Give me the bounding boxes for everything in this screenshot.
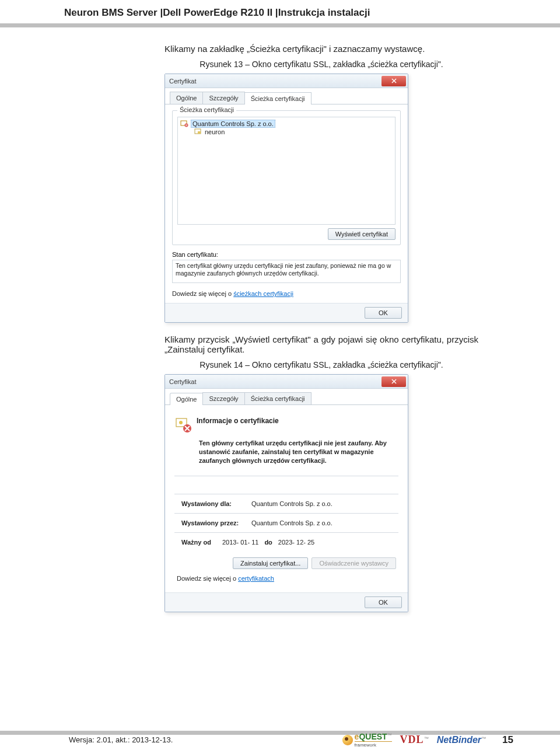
valid-to-label: do bbox=[264, 539, 272, 546]
tree-child-item[interactable]: neuron bbox=[194, 128, 393, 136]
figure-14-caption: Rysunek 14 – Okno certyfikatu SSL, zakła… bbox=[164, 360, 478, 369]
titlebar: Certyfikat bbox=[165, 375, 408, 389]
tab-details[interactable]: Szczegóły bbox=[202, 392, 244, 404]
cert-child-icon bbox=[194, 128, 202, 136]
version-text: Wersja: 2.01, akt.: 2013-12-13. bbox=[69, 735, 173, 744]
close-icon bbox=[391, 78, 397, 83]
tab-cert-path[interactable]: Ścieżka certyfikacji bbox=[244, 92, 312, 104]
cert-warning-message: Ten główny certyfikat urzędu certyfikacj… bbox=[172, 439, 401, 476]
vdl-logo: VDL™ bbox=[400, 734, 429, 746]
group-cert-path-label: Ścieżka certyfikacji bbox=[177, 106, 236, 113]
issued-by-row: Wystawiony przez: Quantum Controls Sp. z… bbox=[172, 514, 401, 532]
tab-row: Ogólne Szczegóły Ścieżka certyfikacji bbox=[165, 389, 408, 405]
certificate-dialog-general: Certyfikat Ogólne Szczegóły Ścieżka cert… bbox=[164, 374, 408, 612]
install-certificate-button[interactable]: Zainstaluj certyfikat... bbox=[233, 557, 308, 569]
equest-icon bbox=[342, 735, 353, 745]
valid-to-value: 2023- 12- 25 bbox=[278, 539, 314, 546]
tree-root-item[interactable]: Quantum Controls Sp. z o.o. bbox=[180, 120, 393, 128]
window-title: Certyfikat bbox=[169, 78, 196, 85]
learn-more-link[interactable]: ścieżkach certyfikacji bbox=[233, 290, 293, 297]
status-box: Ten certyfikat główny urzędu certyfikacj… bbox=[172, 260, 401, 283]
paragraph-intro: Klikamy na zakładkę „Ścieżka certyfikacj… bbox=[164, 44, 478, 54]
cert-warning-icon bbox=[174, 417, 191, 433]
valid-from-label: Ważny od bbox=[181, 539, 216, 546]
issued-to-value: Quantum Controls Sp. z o.o. bbox=[251, 500, 332, 507]
paragraph-mid: Klikamy przycisk „Wyświetl certyfikat" a… bbox=[164, 334, 478, 354]
view-certificate-button[interactable]: Wyświetl certyfikat bbox=[328, 228, 396, 240]
ok-button[interactable]: OK bbox=[365, 596, 402, 608]
close-icon bbox=[391, 379, 397, 384]
titlebar: Certyfikat bbox=[165, 74, 408, 88]
cert-root-icon bbox=[180, 120, 188, 128]
issued-to-row: Wystawiony dla: Quantum Controls Sp. z o… bbox=[172, 494, 401, 513]
certificate-dialog-path: Certyfikat Ogólne Szczegóły Ścieżka cert… bbox=[164, 74, 408, 323]
netbinder-logo: NetBinder™ bbox=[437, 735, 486, 745]
tab-details[interactable]: Szczegóły bbox=[202, 92, 244, 104]
learn-more-link[interactable]: certyfikatach bbox=[238, 575, 274, 582]
tab-row: Ogólne Szczegóły Ścieżka certyfikacji bbox=[165, 88, 408, 104]
valid-from-value: 2013- 01- 11 bbox=[222, 539, 258, 546]
status-label: Stan certyfikatu: bbox=[172, 251, 401, 258]
svg-point-5 bbox=[179, 421, 183, 424]
cert-info-title: Informacje o certyfikacie bbox=[197, 417, 279, 425]
learn-more: Dowiedz się więcej o certyfikatach bbox=[172, 575, 401, 587]
close-button[interactable] bbox=[382, 376, 406, 387]
validity-row: Ważny od 2013- 01- 11 do 2023- 12- 25 bbox=[172, 533, 401, 552]
equest-logo: eQUEST™ framework bbox=[342, 732, 392, 748]
window-title: Certyfikat bbox=[169, 378, 196, 385]
issued-to-label: Wystawiony dla: bbox=[181, 500, 246, 507]
logo-group: eQUEST™ framework VDL™ NetBinder™ bbox=[342, 732, 487, 748]
close-button[interactable] bbox=[382, 76, 406, 86]
page-number: 15 bbox=[502, 734, 513, 746]
tree-child-label: neuron bbox=[205, 128, 225, 135]
tab-cert-path[interactable]: Ścieżka certyfikacji bbox=[244, 392, 312, 404]
issued-by-value: Quantum Controls Sp. z o.o. bbox=[251, 519, 332, 526]
svg-rect-3 bbox=[198, 131, 201, 134]
issuer-statement-button: Oświadczenie wystawcy bbox=[312, 557, 396, 569]
tab-general[interactable]: Ogólne bbox=[170, 92, 203, 104]
issued-by-label: Wystawiony przez: bbox=[181, 519, 246, 526]
page-header: Neuron BMS Server |Dell PowerEdge R210 I… bbox=[0, 0, 560, 21]
cert-info-header: Informacje o certyfikacie bbox=[172, 413, 401, 439]
header-divider bbox=[0, 23, 560, 27]
ok-button[interactable]: OK bbox=[365, 307, 402, 319]
cert-tree[interactable]: Quantum Controls Sp. z o.o. neuron bbox=[177, 117, 396, 225]
page-footer: Wersja: 2.01, akt.: 2013-12-13. eQUEST™ … bbox=[0, 732, 560, 750]
learn-more: Dowiedz się więcej o ścieżkach certyfika… bbox=[172, 290, 401, 297]
tab-general[interactable]: Ogólne bbox=[170, 393, 203, 405]
tree-root-label: Quantum Controls Sp. z o.o. bbox=[191, 120, 275, 128]
group-cert-path: Ścieżka certyfikacji Quantum Controls Sp… bbox=[172, 110, 401, 245]
figure-13-caption: Rysunek 13 – Okno certyfikatu SSL, zakła… bbox=[164, 60, 478, 69]
